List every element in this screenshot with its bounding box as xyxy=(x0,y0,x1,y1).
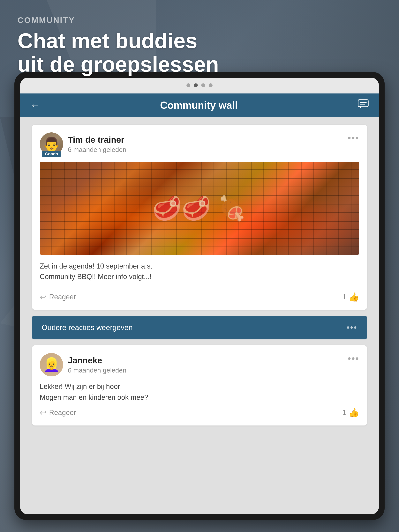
app-header: ← Community wall xyxy=(20,94,379,117)
post-text: Zet in de agenda! 10 september a.s. Comm… xyxy=(40,261,359,282)
older-comments-bar[interactable]: Oudere reacties weergeven ••• xyxy=(32,316,367,339)
page-title: Community wall xyxy=(160,99,238,111)
chat-icon[interactable] xyxy=(357,98,369,112)
comment-author-info: Janneke 6 maanden geleden xyxy=(68,355,126,374)
post-text-line1: Zet in de agenda! 10 september a.s. xyxy=(40,261,359,272)
post-text-line2: Community BBQ!! Meer info volgt...! xyxy=(40,272,359,282)
post-card: Coach Tim de trainer 6 maanden geleden •… xyxy=(32,125,367,310)
comment-author: Janneke 6 maanden geleden xyxy=(40,353,126,376)
coach-badge: Coach xyxy=(42,151,61,157)
post-like-section: 1 👍 xyxy=(342,292,359,302)
grill-overlay xyxy=(40,162,359,255)
comment-thumbs-up-icon[interactable]: 👍 xyxy=(348,408,359,418)
comment-more-button[interactable]: ••• xyxy=(348,353,359,364)
older-comments-label: Oudere reacties weergeven xyxy=(42,323,133,332)
post-author: Coach Tim de trainer 6 maanden geleden xyxy=(40,133,126,156)
nav-dots xyxy=(187,83,212,87)
hero-title: Chat met buddies uit de groepslessen xyxy=(18,29,219,76)
post-time: 6 maanden geleden xyxy=(68,146,126,153)
older-comments-more[interactable]: ••• xyxy=(347,323,357,332)
comment-text-line1: Lekker! Wij zijn er bij hoor! xyxy=(40,381,359,392)
comment-text-line2: Mogen man en kinderen ook mee? xyxy=(40,392,359,403)
post-reply-button[interactable]: ↩ Reageer xyxy=(40,292,76,301)
author-info: Tim de trainer 6 maanden geleden xyxy=(68,135,126,153)
post-more-button[interactable]: ••• xyxy=(348,133,359,143)
author-name: Tim de trainer xyxy=(68,135,126,145)
comment-avatar-wrap xyxy=(40,353,63,376)
comment-card: Janneke 6 maanden geleden ••• Lekker! Wi… xyxy=(32,345,367,425)
nav-dot-3[interactable] xyxy=(201,83,205,87)
post-footer: ↩ Reageer 1 👍 xyxy=(40,288,359,302)
reply-icon: ↩ xyxy=(40,292,46,301)
nav-dot-4[interactable] xyxy=(209,83,212,87)
back-icon: ← xyxy=(30,99,40,111)
comment-time: 6 maanden geleden xyxy=(68,367,126,374)
hero-line1: Chat met buddies xyxy=(18,29,219,52)
hero-line2: uit de groepslessen xyxy=(18,52,219,76)
comment-like-section: 1 👍 xyxy=(342,408,359,418)
comment-footer: ↩ Reageer 1 👍 xyxy=(40,408,359,418)
tablet-screen: ← Community wall C xyxy=(20,78,379,514)
tablet-frame: ← Community wall C xyxy=(14,72,385,520)
post-header: Coach Tim de trainer 6 maanden geleden •… xyxy=(40,133,359,156)
reply-label: Reageer xyxy=(49,293,76,301)
post-image xyxy=(40,162,359,255)
back-button[interactable]: ← xyxy=(30,99,40,111)
comment-reply-label: Reageer xyxy=(49,409,76,417)
post-like-count: 1 xyxy=(342,293,346,301)
comment-reply-button[interactable]: ↩ Reageer xyxy=(40,408,76,417)
app-content: Coach Tim de trainer 6 maanden geleden •… xyxy=(20,117,379,514)
community-label: COMMUNITY xyxy=(18,16,219,25)
comment-avatar xyxy=(40,353,63,376)
nav-dot-1[interactable] xyxy=(187,83,190,87)
comment-like-count: 1 xyxy=(342,409,346,417)
nav-dot-2[interactable] xyxy=(194,83,198,87)
thumbs-up-icon[interactable]: 👍 xyxy=(348,292,359,302)
top-content: COMMUNITY Chat met buddies uit de groeps… xyxy=(18,16,219,76)
comment-author-name: Janneke xyxy=(68,355,126,365)
comment-reply-icon: ↩ xyxy=(40,408,46,417)
svg-rect-0 xyxy=(358,100,368,107)
comment-header: Janneke 6 maanden geleden ••• xyxy=(40,353,359,376)
author-avatar-wrap: Coach xyxy=(40,133,63,156)
comment-text: Lekker! Wij zijn er bij hoor! Mogen man … xyxy=(40,381,359,403)
